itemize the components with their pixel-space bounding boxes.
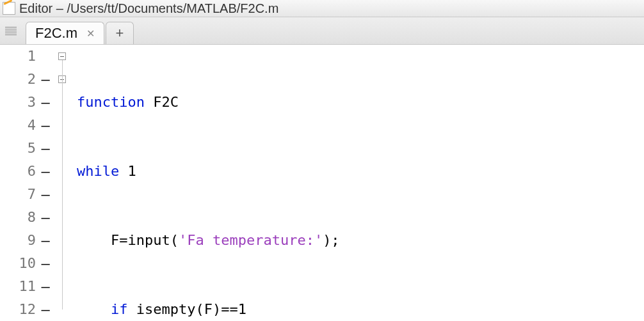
code-line[interactable]: if isempty(F)==1 xyxy=(77,298,644,321)
line-marker[interactable]: – xyxy=(40,137,51,160)
line-marker[interactable]: – xyxy=(40,91,51,114)
line-marker[interactable]: – xyxy=(40,229,51,252)
line-number: 11 xyxy=(0,275,36,298)
line-marker[interactable]: – xyxy=(40,68,51,91)
line-number: 2 xyxy=(0,68,36,91)
line-number-gutter: 1 2 3 4 5 6 7 8 9 10 11 12 xyxy=(0,45,40,321)
line-marker[interactable]: – xyxy=(40,252,51,275)
window-title-path: /Users/tt/Documents/MATLAB/F2C.m xyxy=(67,1,279,16)
line-number: 8 xyxy=(0,206,36,229)
code-line[interactable]: while 1 xyxy=(77,160,644,183)
line-marker[interactable] xyxy=(40,45,51,68)
line-number: 3 xyxy=(0,91,36,114)
line-marker[interactable]: – xyxy=(40,206,51,229)
fold-toggle-icon[interactable] xyxy=(58,52,66,60)
line-number: 7 xyxy=(0,183,36,206)
line-number: 10 xyxy=(0,252,36,275)
new-tab-button[interactable]: + xyxy=(106,22,134,44)
code-line[interactable]: function F2C xyxy=(77,91,644,114)
close-icon[interactable]: ✕ xyxy=(86,27,95,40)
line-marker[interactable]: – xyxy=(40,275,51,298)
window-title-sep: – xyxy=(52,1,67,16)
code-line[interactable]: F=input('Fa temperature:'); xyxy=(77,229,644,252)
line-marker[interactable]: – xyxy=(40,298,51,321)
tab-strip: F2C.m ✕ + xyxy=(0,17,644,45)
code-content[interactable]: function F2C while 1 F=input('Fa tempera… xyxy=(74,45,644,321)
line-marker[interactable]: – xyxy=(40,183,51,206)
window-titlebar: Editor – /Users/tt/Documents/MATLAB/F2C.… xyxy=(0,0,644,17)
editor-area[interactable]: 1 2 3 4 5 6 7 8 9 10 11 12 – – – – – – –… xyxy=(0,45,644,321)
tab-label: F2C.m xyxy=(35,25,77,42)
drag-handle-icon[interactable] xyxy=(3,19,19,42)
editor-app-icon xyxy=(3,2,15,15)
tab-active[interactable]: F2C.m ✕ xyxy=(26,22,104,44)
window-title-app: Editor xyxy=(19,1,52,16)
plus-icon: + xyxy=(116,25,124,42)
line-number: 12 xyxy=(0,298,36,321)
line-marker[interactable]: – xyxy=(40,114,51,137)
line-marker[interactable]: – xyxy=(40,160,51,183)
line-number: 9 xyxy=(0,229,36,252)
line-number: 6 xyxy=(0,160,36,183)
fold-gutter xyxy=(51,45,74,321)
line-number: 5 xyxy=(0,137,36,160)
line-number: 1 xyxy=(0,45,36,68)
line-number: 4 xyxy=(0,114,36,137)
breakpoint-gutter[interactable]: – – – – – – – – – – – xyxy=(40,45,51,321)
